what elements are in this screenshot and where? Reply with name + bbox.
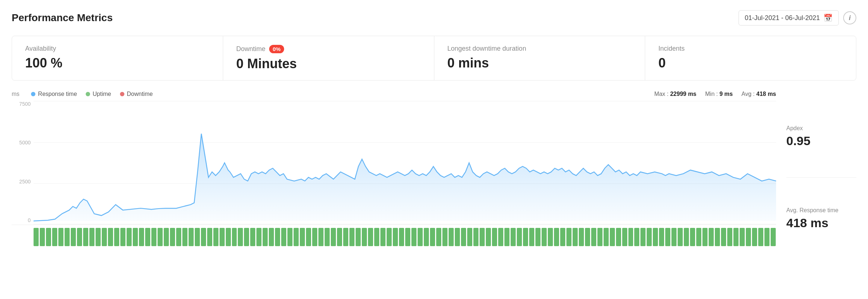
uptime-bar-segment xyxy=(343,228,348,246)
uptime-bar-segment xyxy=(678,228,683,246)
uptime-bar-segment xyxy=(511,228,516,246)
stat-max: Max : 22999 ms xyxy=(654,91,697,97)
uptime-bar-segment xyxy=(207,228,212,246)
uptime-bar-segment xyxy=(764,228,770,246)
uptime-bar-segment xyxy=(449,228,454,246)
uptime-bar-segment xyxy=(58,228,63,246)
date-range-picker[interactable]: 01-Jul-2021 - 06-Jul-2021 📅 xyxy=(739,10,839,26)
uptime-bar-segment xyxy=(263,228,268,246)
metric-downtime: Downtime 0% 0 Minutes xyxy=(223,36,434,80)
uptime-bar-row xyxy=(34,228,776,246)
page-title: Performance Metrics xyxy=(12,12,113,24)
uptime-bar-segment xyxy=(256,228,261,246)
uptime-bar-segment xyxy=(83,228,88,246)
info-button[interactable]: i xyxy=(843,11,856,24)
uptime-bar-segment xyxy=(182,228,187,246)
uptime-bar-segment xyxy=(244,228,249,246)
uptime-bar-segment xyxy=(213,228,218,246)
uptime-bar-segment xyxy=(771,228,776,246)
uptime-bar-segment xyxy=(535,228,540,246)
uptime-bar-segment xyxy=(455,228,460,246)
uptime-bar-segment xyxy=(269,228,274,246)
y-axis-labels: 7500 5000 2500 0 xyxy=(12,101,34,225)
uptime-bar-segment xyxy=(746,228,751,246)
uptime-bar-segment xyxy=(411,228,416,246)
uptime-bar-segment xyxy=(523,228,528,246)
uptime-bar-segment xyxy=(473,228,478,246)
downtime-badge: 0% xyxy=(269,45,284,53)
uptime-bar-segment xyxy=(665,228,670,246)
chart-stats: Max : 22999 ms Min : 9 ms Avg : 418 ms xyxy=(654,91,776,97)
uptime-bar-segment xyxy=(628,228,633,246)
uptime-bar-segment xyxy=(418,228,423,246)
uptime-bar-segment xyxy=(560,228,565,246)
uptime-bar-segment xyxy=(727,228,732,246)
chart-side: Apdex 0.95 Avg. Response time 418 ms xyxy=(776,91,856,246)
header: Performance Metrics 01-Jul-2021 - 06-Jul… xyxy=(12,10,856,26)
uptime-bar-segment xyxy=(325,228,330,246)
uptime-bar-segment xyxy=(671,228,677,246)
uptime-bar-segment xyxy=(597,228,602,246)
legend-dot-red xyxy=(120,92,124,96)
uptime-bar-segment xyxy=(579,228,584,246)
uptime-bar-segment xyxy=(393,228,398,246)
uptime-bar-segment xyxy=(349,228,354,246)
uptime-bar-segment xyxy=(467,228,472,246)
uptime-bar-segment xyxy=(733,228,739,246)
uptime-bar-segment xyxy=(542,228,547,246)
uptime-bar-segment xyxy=(220,228,225,246)
uptime-bar-segment xyxy=(529,228,534,246)
legend-label-downtime: Downtime xyxy=(127,91,153,97)
stat-avg: Avg : 418 ms xyxy=(741,91,776,97)
uptime-bar-segment xyxy=(281,228,286,246)
uptime-bar-segment xyxy=(164,228,169,246)
uptime-bar-segment xyxy=(133,228,138,246)
side-card-avg-value: 418 ms xyxy=(786,216,856,230)
uptime-bar-segment xyxy=(34,228,39,246)
side-divider xyxy=(786,177,856,178)
uptime-bar-segment xyxy=(424,228,429,246)
uptime-bar-segment xyxy=(108,228,113,246)
uptime-bar-segment xyxy=(566,228,571,246)
stat-min: Min : 9 ms xyxy=(705,91,733,97)
uptime-bar-segment xyxy=(46,228,51,246)
uptime-bar-segment xyxy=(610,228,615,246)
uptime-bar-segment xyxy=(368,228,373,246)
legend-dot-blue xyxy=(31,92,35,96)
uptime-bar-segment xyxy=(517,228,522,246)
uptime-bar-segment xyxy=(306,228,311,246)
side-card-apdex-value: 0.95 xyxy=(786,134,856,148)
uptime-bar-segment xyxy=(300,228,305,246)
uptime-bar-segment xyxy=(102,228,107,246)
response-time-chart xyxy=(34,101,776,225)
uptime-bar-segment xyxy=(647,228,652,246)
uptime-bar-segment xyxy=(232,228,237,246)
metric-availability: Availability 100 % xyxy=(12,36,223,80)
uptime-bar-segment xyxy=(696,228,701,246)
uptime-bar-segment xyxy=(504,228,509,246)
uptime-bar-segment xyxy=(486,228,491,246)
legend-dot-green xyxy=(86,92,90,96)
uptime-bar-segment xyxy=(709,228,714,246)
uptime-bar-segment xyxy=(640,228,646,246)
uptime-bar-segment xyxy=(331,228,336,246)
metric-downtime-label: Downtime 0% xyxy=(236,45,421,53)
uptime-bar-segment xyxy=(71,228,76,246)
legend-label-response-time: Response time xyxy=(38,91,77,97)
side-card-apdex-label: Apdex xyxy=(786,125,856,132)
uptime-bar-segment xyxy=(151,228,156,246)
uptime-bar-segment xyxy=(189,228,194,246)
chart-legend-left: ms Response time Uptime Downtime xyxy=(12,91,153,97)
side-card-avg-label: Avg. Response time xyxy=(786,207,856,214)
y-label-0: 0 xyxy=(12,217,34,223)
uptime-bar-segment xyxy=(690,228,695,246)
metric-longest-downtime: Longest downtime duration 0 mins xyxy=(434,36,646,80)
uptime-bar-segment xyxy=(114,228,119,246)
uptime-bar-segment xyxy=(287,228,292,246)
uptime-bar-segment xyxy=(721,228,726,246)
legend-item-uptime: Uptime xyxy=(86,91,111,97)
uptime-bar-segment xyxy=(442,228,447,246)
uptime-bar-segment xyxy=(573,228,578,246)
uptime-bar-segment xyxy=(480,228,485,246)
chart-section: ms Response time Uptime Downtime xyxy=(12,91,856,246)
